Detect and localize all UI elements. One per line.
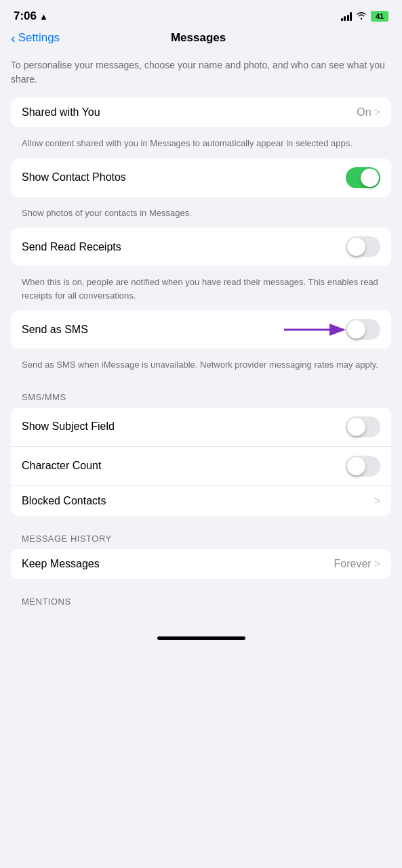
keep-messages-value: Forever xyxy=(334,558,371,570)
send-read-receipts-section: Send Read Receipts xyxy=(11,227,391,266)
shared-with-you-value: On xyxy=(357,106,371,118)
show-contact-photos-section: Show Contact Photos xyxy=(11,158,391,197)
back-chevron-icon: ‹ xyxy=(11,31,16,45)
blocked-contacts-label: Blocked Contacts xyxy=(22,495,106,507)
character-count-row[interactable]: Character Count xyxy=(11,447,391,486)
toggle-thumb xyxy=(347,418,365,436)
battery-indicator: 41 xyxy=(371,11,388,22)
purple-arrow-annotation xyxy=(279,320,353,339)
toggle-thumb xyxy=(361,169,379,187)
send-read-receipts-footnote: When this is on, people are notified whe… xyxy=(0,272,402,310)
chevron-right-icon: > xyxy=(374,106,380,118)
keep-messages-label: Keep Messages xyxy=(22,558,100,570)
send-read-receipts-toggle[interactable] xyxy=(346,236,380,257)
top-description: To personalise your messages, choose you… xyxy=(0,53,402,97)
send-read-receipts-row[interactable]: Send Read Receipts xyxy=(11,227,391,266)
time-display: 7:06 xyxy=(14,9,37,23)
sms-mms-section-label: SMS/MMS xyxy=(0,380,402,408)
status-icons: 41 xyxy=(341,11,389,22)
keep-messages-right: Forever > xyxy=(334,558,380,570)
shared-with-you-label: Shared with You xyxy=(22,106,100,118)
page-title: Messages xyxy=(171,31,226,45)
send-as-sms-section: Send as SMS xyxy=(11,310,391,349)
signal-icon xyxy=(341,12,353,21)
show-subject-field-label: Show Subject Field xyxy=(22,420,115,433)
show-contact-photos-toggle[interactable] xyxy=(346,167,380,188)
blocked-contacts-row[interactable]: Blocked Contacts > xyxy=(11,486,391,516)
character-count-label: Character Count xyxy=(22,460,101,472)
message-history-section: Keep Messages Forever > xyxy=(11,549,391,579)
back-label: Settings xyxy=(18,31,60,45)
send-read-receipts-label: Send Read Receipts xyxy=(22,241,121,253)
shared-with-you-row[interactable]: Shared with You On > xyxy=(11,97,391,127)
send-as-sms-row[interactable]: Send as SMS xyxy=(11,310,391,349)
home-indicator-area xyxy=(0,623,402,645)
send-as-sms-footnote: Send as SMS when iMessage is unavailable… xyxy=(0,354,402,380)
wifi-icon xyxy=(356,11,367,22)
battery-level: 41 xyxy=(376,12,384,20)
message-history-section-label: MESSAGE HISTORY xyxy=(0,521,402,549)
shared-with-you-right: On > xyxy=(357,106,380,118)
toggle-thumb xyxy=(347,238,365,256)
chevron-right-icon: > xyxy=(374,495,380,507)
shared-with-you-section: Shared with You On > xyxy=(11,97,391,127)
show-contact-photos-label: Show Contact Photos xyxy=(22,171,126,183)
mentions-section-label: MENTIONS xyxy=(0,584,402,612)
back-button[interactable]: ‹ Settings xyxy=(11,31,60,45)
send-as-sms-label: Send as SMS xyxy=(22,324,88,336)
shared-with-you-footnote: Allow content shared with you in Message… xyxy=(0,133,402,158)
location-icon: ▲ xyxy=(39,12,48,22)
blocked-contacts-right: > xyxy=(374,495,380,507)
show-subject-field-toggle[interactable] xyxy=(346,416,380,437)
keep-messages-row[interactable]: Keep Messages Forever > xyxy=(11,549,391,579)
show-subject-field-row[interactable]: Show Subject Field xyxy=(11,408,391,447)
sms-mms-section: Show Subject Field Character Count Block… xyxy=(11,408,391,516)
nav-bar: ‹ Settings Messages xyxy=(0,28,402,53)
toggle-thumb xyxy=(347,457,365,475)
chevron-right-icon: > xyxy=(374,558,380,570)
show-contact-photos-row[interactable]: Show Contact Photos xyxy=(11,158,391,197)
show-contact-photos-footnote: Show photos of your contacts in Messages… xyxy=(0,202,402,228)
character-count-toggle[interactable] xyxy=(346,456,380,477)
status-bar: 7:06 ▲ 41 xyxy=(0,0,402,28)
status-time: 7:06 ▲ xyxy=(14,9,48,23)
home-indicator xyxy=(157,636,245,640)
